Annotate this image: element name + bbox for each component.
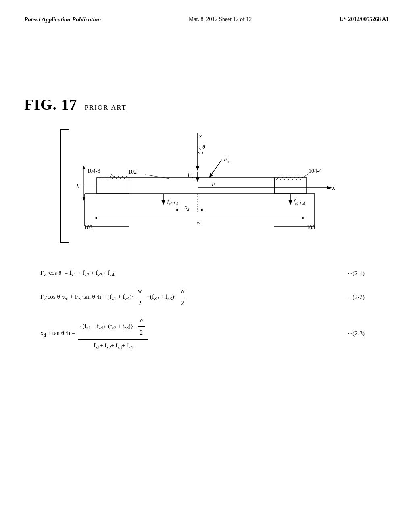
figure-title: FIG. 17 PRIOR ART	[24, 96, 389, 113]
svg-text:F: F	[211, 181, 215, 187]
svg-rect-9	[129, 178, 274, 194]
eq3-inner-numerator: w	[138, 314, 145, 327]
eq3-fraction: {(fz1 + fz4)−(fz2 + fz3)}· w 2 fz1+ fz2+…	[78, 314, 148, 353]
svg-text:fz2 , 3: fz2 , 3	[167, 198, 178, 206]
eq2-text: Fz·cos θ ·xd + Fz ·sin θ ·h = (fz1 + fz4…	[40, 293, 188, 300]
svg-text:h: h	[77, 183, 79, 189]
svg-text:fz1 , 4: fz1 , 4	[294, 198, 305, 206]
eq1-number: ···(2-1)	[348, 267, 365, 280]
publication-label: Patent Application Publication	[24, 16, 101, 23]
sheet-info: Mar. 8, 2012 Sheet 12 of 12	[189, 16, 252, 23]
svg-text:x: x	[332, 184, 335, 191]
page-header: Patent Application Publication Mar. 8, 2…	[24, 16, 389, 23]
eq3-denominator: fz1+ fz2+ fz3+ fz4	[92, 340, 134, 353]
svg-text:z: z	[199, 133, 202, 139]
equation-2-2-content: Fz·cos θ ·xd + Fz ·sin θ ·h = (fz1 + fz4…	[40, 285, 389, 310]
svg-rect-10	[97, 178, 129, 194]
eq3-number: ···(2-3)	[348, 327, 365, 340]
eq2-denominator2: 2	[179, 297, 186, 310]
eq2-fraction1: w 2	[136, 285, 144, 310]
svg-text:Fx: Fx	[223, 156, 229, 164]
equation-2-1-content: Fz ·cos θ = fz1 + fz2 + fz3+ fz4	[40, 266, 389, 281]
svg-text:104-3: 104-3	[87, 168, 100, 174]
svg-text:xd: xd	[184, 204, 190, 212]
equation-2-2: Fz·cos θ ·xd + Fz ·sin θ ·h = (fz1 + fz4…	[40, 285, 389, 310]
svg-line-8	[198, 152, 200, 154]
svg-text:Fz: Fz	[187, 172, 193, 180]
svg-rect-18	[274, 178, 307, 194]
equations-area: Fz ·cos θ = fz1 + fz2 + fz3+ fz4 ···(2-1…	[40, 266, 389, 353]
eq1-text: Fz ·cos θ = fz1 + fz2 + fz3+ fz4	[40, 270, 114, 276]
prior-art-label: PRIOR ART	[85, 104, 127, 112]
figure-number: FIG. 17	[24, 96, 77, 113]
diagram-svg: z x θ	[48, 125, 355, 258]
eq2-number: ···(2-2)	[348, 291, 365, 304]
page: Patent Application Publication Mar. 8, 2…	[0, 0, 413, 532]
equation-2-3-content: xd + tan θ ·h = {(fz1 + fz4)−(fz2 + fz3)…	[40, 314, 389, 353]
eq2-fraction2: w 2	[179, 285, 186, 310]
eq3-numerator: {(fz1 + fz4)−(fz2 + fz3)}· w 2	[78, 314, 148, 340]
equation-2-3: xd + tan θ ·h = {(fz1 + fz4)−(fz2 + fz3)…	[40, 314, 389, 353]
eq3-inner-fraction: w 2	[138, 314, 145, 339]
svg-text:104-4: 104-4	[309, 168, 322, 174]
equation-2-1: Fz ·cos θ = fz1 + fz2 + fz3+ fz4 ···(2-1…	[40, 266, 389, 281]
svg-text:103: 103	[84, 224, 92, 231]
eq2-denominator1: 2	[137, 297, 143, 310]
diagram-area: z x θ	[48, 125, 355, 258]
svg-text:w: w	[197, 220, 201, 226]
eq3-inner-denominator: 2	[138, 327, 144, 339]
patent-number: US 2012/0055268 A1	[340, 16, 389, 23]
svg-text:103: 103	[307, 224, 315, 231]
svg-text:102: 102	[128, 169, 137, 175]
eq2-numerator2: w	[179, 285, 186, 298]
svg-text:θ: θ	[202, 144, 205, 150]
eq3-text: xd + tan θ ·h = {(fz1 + fz4)−(fz2 + fz3)…	[40, 330, 150, 336]
eq2-numerator1: w	[136, 285, 144, 298]
svg-line-31	[210, 160, 222, 177]
